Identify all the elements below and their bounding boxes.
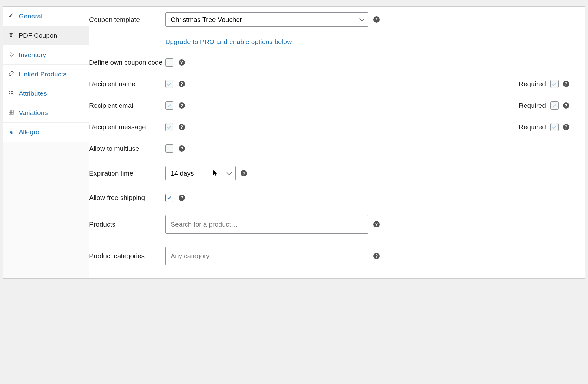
recipient-email-checkbox — [165, 101, 173, 110]
product-data-panel: General PDF Coupon Inventory Linked Prod… — [3, 6, 585, 279]
svg-point-0 — [10, 53, 10, 54]
allow-free-shipping-row: Allow free shipping ? — [89, 194, 572, 202]
allow-multiuse-row: Allow to multiuse ? — [89, 144, 572, 153]
sidebar-item-label: Attributes — [19, 90, 47, 97]
expiration-time-label: Expiration time — [89, 170, 165, 177]
svg-rect-4 — [11, 93, 13, 94]
recipient-name-checkbox — [165, 80, 173, 88]
recipient-name-required-checkbox — [550, 80, 559, 88]
help-icon[interactable]: ? — [179, 102, 185, 109]
help-icon[interactable]: ? — [563, 81, 569, 87]
sidebar-item-variations[interactable]: Variations — [3, 103, 89, 123]
sidebar-item-inventory[interactable]: Inventory — [3, 45, 89, 65]
allow-multiuse-label: Allow to multiuse — [89, 145, 165, 152]
recipient-name-label: Recipient name — [89, 80, 165, 88]
allow-multiuse-checkbox — [165, 144, 173, 153]
help-icon[interactable]: ? — [563, 124, 569, 130]
help-icon[interactable]: ? — [563, 102, 569, 109]
svg-rect-3 — [9, 93, 10, 94]
recipient-email-label: Recipient email — [89, 102, 165, 109]
expiration-time-select[interactable]: 14 days — [165, 166, 236, 180]
help-icon[interactable]: ? — [373, 16, 380, 23]
define-own-code-row: Define own coupon code ? — [89, 58, 572, 67]
help-icon[interactable]: ? — [179, 81, 185, 87]
help-icon[interactable]: ? — [373, 253, 380, 259]
products-label: Products — [89, 221, 165, 228]
define-own-code-checkbox — [165, 58, 173, 67]
upgrade-link[interactable]: Upgrade to PRO and enable options below … — [165, 38, 300, 45]
product-categories-label: Product categories — [89, 252, 165, 260]
tag-icon — [8, 51, 14, 59]
recipient-message-required-checkbox — [550, 123, 559, 131]
svg-rect-8 — [11, 112, 13, 114]
svg-rect-2 — [11, 91, 13, 92]
sidebar-item-label: Variations — [19, 109, 48, 117]
allegro-icon: a — [8, 129, 14, 136]
recipient-message-label: Recipient message — [89, 123, 165, 131]
sidebar-item-label: PDF Coupon — [19, 32, 57, 39]
products-search-input[interactable] — [165, 215, 368, 234]
sidebar-item-allegro[interactable]: a Allegro — [3, 123, 89, 142]
help-icon[interactable]: ? — [179, 145, 185, 152]
sidebar-item-linked-products[interactable]: Linked Products — [3, 65, 89, 84]
define-own-code-label: Define own coupon code — [89, 59, 165, 66]
wrench-icon — [8, 12, 14, 20]
required-label: Required — [519, 102, 546, 109]
svg-rect-5 — [9, 110, 11, 112]
svg-rect-6 — [11, 110, 13, 112]
recipient-message-row: Recipient message ? Required ? — [89, 123, 572, 131]
recipient-name-row: Recipient name ? Required ? — [89, 80, 572, 88]
recipient-message-checkbox — [165, 123, 173, 131]
products-row: Products ? — [89, 215, 572, 234]
coupon-template-row: Coupon template Christmas Tree Voucher ? — [89, 12, 572, 27]
expiration-time-row: Expiration time 14 days ? — [89, 166, 572, 180]
sidebar-item-label: Allegro — [19, 128, 39, 136]
recipient-email-row: Recipient email ? Required ? — [89, 101, 572, 110]
coupon-template-label: Coupon template — [89, 16, 165, 23]
svg-rect-7 — [9, 112, 11, 114]
sidebar-item-label: General — [19, 12, 42, 20]
content-area: Coupon template Christmas Tree Voucher ?… — [89, 7, 585, 278]
recipient-email-required-checkbox — [550, 101, 559, 110]
coupon-template-select[interactable]: Christmas Tree Voucher — [165, 12, 368, 27]
help-icon[interactable]: ? — [179, 195, 185, 201]
product-categories-row: Product categories ? — [89, 247, 572, 265]
svg-rect-1 — [9, 91, 10, 92]
sidebar-item-label: Linked Products — [19, 70, 67, 78]
sidebar-item-pdf-coupon[interactable]: PDF Coupon — [3, 26, 89, 45]
allow-free-shipping-checkbox[interactable] — [165, 194, 173, 202]
help-icon[interactable]: ? — [179, 59, 185, 66]
required-label: Required — [519, 80, 546, 88]
product-categories-input[interactable] — [165, 247, 368, 265]
sidebar-item-label: Inventory — [19, 51, 46, 59]
link-icon — [8, 70, 14, 78]
help-icon[interactable]: ? — [241, 170, 247, 176]
sidebar: General PDF Coupon Inventory Linked Prod… — [3, 7, 89, 278]
help-icon[interactable]: ? — [373, 221, 380, 227]
stack-icon — [8, 32, 14, 39]
sidebar-item-attributes[interactable]: Attributes — [3, 84, 89, 103]
required-label: Required — [519, 123, 546, 131]
sidebar-item-general[interactable]: General — [3, 7, 89, 26]
list-icon — [8, 90, 14, 97]
help-icon[interactable]: ? — [179, 124, 185, 130]
grid-icon — [8, 109, 14, 117]
allow-free-shipping-label: Allow free shipping — [89, 194, 165, 202]
